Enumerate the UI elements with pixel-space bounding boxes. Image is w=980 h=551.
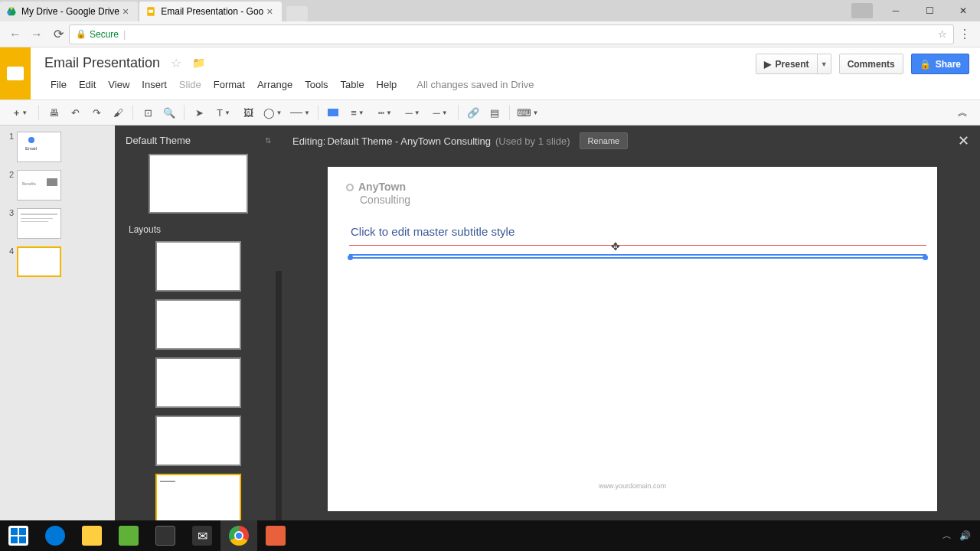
- forward-button[interactable]: →: [26, 24, 47, 45]
- redo-button[interactable]: ↷: [87, 103, 106, 122]
- line-dash-button[interactable]: ┅▼: [372, 103, 398, 122]
- taskbar-app-orange[interactable]: [257, 520, 294, 551]
- browser-tab-slides[interactable]: Email Presentation - Goo ×: [139, 2, 282, 21]
- slide-thumb-1[interactable]: 1Email: [5, 132, 110, 162]
- tray-volume-icon[interactable]: 🔊: [959, 530, 971, 541]
- rename-button[interactable]: Rename: [580, 132, 629, 149]
- line-end-button[interactable]: ─▼: [427, 103, 453, 122]
- present-dropdown[interactable]: ▼: [818, 54, 831, 74]
- taskbar-store[interactable]: [147, 520, 184, 551]
- comment-toolbar-button[interactable]: ▤: [485, 103, 505, 122]
- menu-insert[interactable]: Insert: [136, 76, 173, 93]
- new-slide-button[interactable]: + ▼: [8, 103, 34, 122]
- shape-tool[interactable]: ◯▼: [260, 103, 286, 122]
- theme-dropdown-icon[interactable]: ⇅: [265, 136, 271, 145]
- menu-tools[interactable]: Tools: [299, 76, 334, 93]
- folder-icon[interactable]: 📁: [192, 57, 205, 69]
- line-color-button[interactable]: [323, 103, 343, 122]
- maximize-button[interactable]: ☐: [913, 0, 946, 21]
- tray-chevron-icon[interactable]: ︿: [942, 530, 952, 543]
- print-button[interactable]: 🖶: [44, 103, 64, 122]
- brand-block[interactable]: AnyTown Consulting: [346, 181, 410, 207]
- bookmark-star-icon[interactable]: ☆: [938, 28, 947, 40]
- image-tool[interactable]: 🖼: [238, 103, 258, 122]
- new-tab-button[interactable]: [286, 6, 308, 21]
- resize-handle-left[interactable]: [348, 255, 353, 260]
- close-icon[interactable]: ×: [263, 5, 276, 18]
- subtitle-placeholder[interactable]: Click to edit master subtitle style: [351, 225, 514, 238]
- address-bar: ← → ⟳ 🔒 Secure | ☆ ⋮: [0, 21, 980, 47]
- textbox-tool[interactable]: T▼: [211, 103, 237, 122]
- select-tool[interactable]: ➤: [189, 103, 209, 122]
- taskbar-mail[interactable]: ✉: [184, 520, 220, 551]
- svg-rect-4: [149, 10, 153, 13]
- master-thumb[interactable]: [149, 154, 248, 214]
- selected-line-element[interactable]: [349, 254, 926, 259]
- editor-header: Editing: Default Theme - AnyTown Consult…: [282, 126, 980, 156]
- link-button[interactable]: 🔗: [463, 103, 483, 122]
- menu-arrange[interactable]: Arrange: [251, 76, 299, 93]
- close-icon[interactable]: ×: [119, 5, 132, 18]
- start-button[interactable]: [0, 520, 37, 551]
- toolbar: + ▼ 🖶 ↶ ↷ 🖌 ⊡ 🔍 ➤ T▼ 🖼 ◯▼ ▼ ≡▼ ┅▼ ─▼ ─▼ …: [0, 99, 980, 126]
- zoom-button[interactable]: 🔍: [159, 103, 179, 122]
- menu-format[interactable]: Format: [207, 76, 251, 93]
- layout-thumb-3[interactable]: [155, 357, 241, 408]
- layout-thumb-1[interactable]: [155, 241, 241, 292]
- editing-prefix: Editing:: [292, 135, 325, 147]
- footer-url[interactable]: www.yourdomain.com: [328, 482, 937, 490]
- taskbar-chrome[interactable]: [220, 520, 257, 551]
- url-input[interactable]: 🔒 Secure | ☆: [69, 24, 954, 44]
- slide-thumb-4[interactable]: 4: [5, 246, 110, 277]
- line-weight-button[interactable]: ≡▼: [345, 103, 371, 122]
- slides-icon: [145, 6, 156, 17]
- collapse-toolbar-button[interactable]: ︽: [952, 103, 972, 122]
- menu-table[interactable]: Table: [335, 76, 371, 93]
- guide-line: [349, 245, 926, 246]
- editor-area: Editing: Default Theme - AnyTown Consult…: [282, 126, 980, 551]
- fit-button[interactable]: ⊡: [138, 103, 158, 122]
- chrome-user-chip[interactable]: [851, 3, 873, 18]
- menu-help[interactable]: Help: [371, 76, 403, 93]
- back-button[interactable]: ←: [5, 24, 26, 45]
- share-button[interactable]: 🔒Share: [911, 54, 969, 74]
- comments-button[interactable]: Comments: [839, 54, 903, 74]
- play-icon: ▶: [764, 59, 771, 70]
- star-icon[interactable]: ☆: [171, 56, 181, 70]
- slide-thumb-3[interactable]: 3: [5, 208, 110, 239]
- slide-filmstrip: 1Email 2Benefits 3 4: [0, 126, 115, 551]
- slides-logo[interactable]: [0, 47, 31, 99]
- menu-bar: File Edit View Insert Slide Format Arran…: [44, 73, 972, 95]
- paint-format-button[interactable]: 🖌: [108, 103, 128, 122]
- taskbar-app-green[interactable]: [110, 520, 147, 551]
- theme-scrollbar[interactable]: [276, 271, 282, 551]
- browser-tab-strip: My Drive - Google Drive × Email Presenta…: [0, 0, 980, 21]
- close-master-button[interactable]: ✕: [958, 132, 969, 149]
- used-by-label: (Used by 1 slide): [495, 135, 570, 147]
- slide-thumb-2[interactable]: 2Benefits: [5, 170, 110, 201]
- line-start-button[interactable]: ─▼: [400, 103, 426, 122]
- close-window-button[interactable]: ✕: [946, 0, 980, 21]
- chrome-menu-button[interactable]: ⋮: [954, 27, 975, 41]
- undo-button[interactable]: ↶: [65, 103, 85, 122]
- line-tool[interactable]: ▼: [287, 103, 313, 122]
- layout-thumb-2[interactable]: [155, 299, 241, 350]
- present-button[interactable]: ▶Present: [756, 54, 818, 74]
- menu-view[interactable]: View: [102, 76, 136, 93]
- layout-thumb-5[interactable]: ▬▬▬▬: [155, 474, 241, 524]
- browser-tab-drive[interactable]: My Drive - Google Drive ×: [0, 2, 138, 21]
- menu-file[interactable]: File: [44, 76, 73, 93]
- taskbar-explorer[interactable]: [74, 520, 110, 551]
- layouts-label: Layouts: [129, 224, 276, 235]
- resize-handle-right[interactable]: [923, 255, 928, 260]
- minimize-button[interactable]: ─: [879, 0, 913, 21]
- document-title[interactable]: Email Presentation: [44, 55, 160, 71]
- reload-button[interactable]: ⟳: [47, 24, 69, 45]
- layout-thumb-4[interactable]: [155, 416, 241, 466]
- system-tray[interactable]: ︿ 🔊: [942, 530, 980, 543]
- menu-edit[interactable]: Edit: [73, 76, 102, 93]
- slide-canvas[interactable]: AnyTown Consulting Click to edit master …: [328, 167, 937, 511]
- taskbar-edge[interactable]: [37, 520, 74, 551]
- input-tools-button[interactable]: ⌨▼: [514, 103, 541, 122]
- windows-taskbar: ✉ ︿ 🔊: [0, 520, 980, 551]
